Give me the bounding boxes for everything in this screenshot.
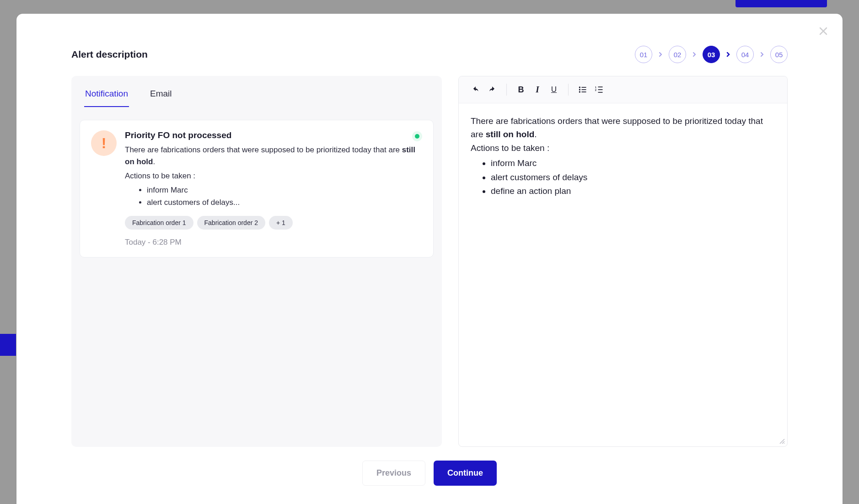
preview-panel: Notification Email ! Priority FO not pro… — [71, 76, 442, 447]
underline-button[interactable]: U — [547, 83, 561, 97]
notification-actions-list: inform Marc alert customers of delays... — [147, 184, 422, 209]
preview-tabs: Notification Email — [71, 76, 442, 107]
notification-actions-label: Actions to be taken : — [125, 170, 422, 182]
bullet-list-button[interactable] — [576, 83, 590, 97]
previous-button[interactable]: Previous — [362, 461, 425, 486]
undo-icon — [472, 86, 480, 94]
chevron-right-icon — [726, 52, 730, 57]
close-icon — [818, 26, 829, 37]
status-indicator — [412, 131, 422, 141]
notification-intro: There are fabrications orders that were … — [125, 144, 422, 168]
step-05[interactable]: 05 — [770, 46, 788, 63]
list-item: alert customers of delays — [491, 171, 775, 184]
redo-icon — [488, 86, 496, 94]
bullet-list-icon — [578, 85, 587, 94]
list-item: inform Marc — [147, 184, 422, 196]
svg-rect-7 — [598, 86, 603, 87]
svg-rect-1 — [582, 87, 586, 88]
svg-text:2: 2 — [595, 89, 597, 91]
notification-card: ! Priority FO not processed There are fa… — [80, 120, 434, 257]
editor-actions-label: Actions to be taken : — [471, 141, 775, 155]
continue-button[interactable]: Continue — [434, 461, 497, 486]
editor-intro: There are fabrications orders that were … — [471, 114, 775, 141]
close-button[interactable] — [817, 25, 830, 38]
chevron-right-icon — [659, 52, 662, 57]
list-item: alert customers of delays... — [147, 196, 422, 209]
tab-notification[interactable]: Notification — [84, 76, 129, 107]
step-02[interactable]: 02 — [669, 46, 686, 63]
bg-accent-bar — [0, 334, 16, 356]
undo-button[interactable] — [469, 83, 483, 97]
toolbar-separator — [506, 84, 507, 96]
modal-title: Alert description — [71, 49, 148, 60]
step-01[interactable]: 01 — [635, 46, 652, 63]
modal-header: Alert description 01 02 03 04 05 — [71, 46, 788, 63]
chevron-right-icon — [760, 52, 764, 57]
bold-button[interactable]: B — [514, 83, 528, 97]
resize-handle[interactable] — [779, 438, 785, 445]
modal-footer: Previous Continue — [44, 461, 815, 486]
ordered-list-icon: 12 — [595, 85, 604, 94]
step-03[interactable]: 03 — [703, 46, 720, 63]
alert-modal: Alert description 01 02 03 04 05 Notific… — [16, 14, 843, 504]
bg-header-button — [736, 0, 827, 7]
editor-panel: B I U 12 There are fabrications orders t… — [458, 76, 788, 447]
redo-button[interactable] — [485, 83, 499, 97]
italic-button[interactable]: I — [531, 83, 544, 97]
editor-toolbar: B I U 12 — [459, 76, 787, 103]
ordered-list-button[interactable]: 12 — [592, 83, 606, 97]
svg-rect-3 — [582, 89, 586, 90]
notification-content: Priority FO not processed There are fabr… — [125, 130, 422, 247]
chevron-right-icon — [693, 52, 696, 57]
alert-icon: ! — [91, 130, 117, 156]
editor-actions-list: inform Marc alert customers of delays de… — [491, 156, 775, 198]
resize-icon — [779, 438, 785, 445]
svg-rect-10 — [598, 92, 603, 93]
svg-rect-5 — [582, 91, 586, 92]
tag[interactable]: Fabrication order 2 — [197, 216, 266, 230]
svg-point-2 — [579, 89, 580, 90]
notification-title: Priority FO not processed — [125, 130, 422, 140]
notification-timestamp: Today - 6:28 PM — [125, 238, 422, 247]
tag[interactable]: Fabrication order 1 — [125, 216, 193, 230]
list-item: inform Marc — [491, 156, 775, 170]
editor-content[interactable]: There are fabrications orders that were … — [459, 103, 787, 446]
tag-more[interactable]: + 1 — [269, 216, 293, 230]
svg-point-0 — [579, 86, 580, 88]
svg-rect-9 — [598, 89, 603, 90]
list-item: define an action plan — [491, 184, 775, 198]
toolbar-separator — [568, 84, 569, 96]
modal-body: Notification Email ! Priority FO not pro… — [71, 76, 788, 447]
svg-point-4 — [579, 91, 580, 92]
step-04[interactable]: 04 — [736, 46, 754, 63]
tab-email[interactable]: Email — [149, 76, 173, 107]
notification-tags: Fabrication order 1 Fabrication order 2 … — [125, 216, 422, 230]
stepper: 01 02 03 04 05 — [635, 46, 788, 63]
